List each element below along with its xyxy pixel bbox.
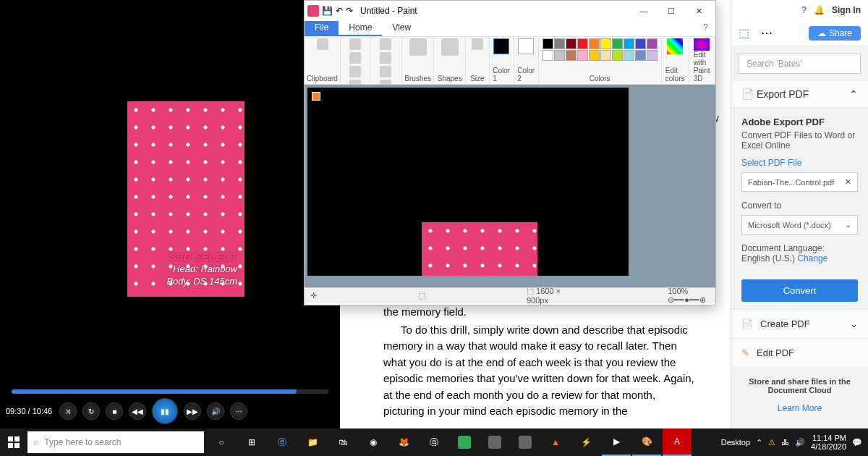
fill-icon[interactable]: [380, 52, 391, 64]
bell-icon[interactable]: 🔔: [814, 5, 825, 15]
learn-more-link[interactable]: Learn More: [778, 403, 822, 413]
palette-swatch[interactable]: [554, 38, 565, 49]
palette-swatch[interactable]: [589, 50, 600, 61]
palette-swatch[interactable]: [577, 50, 588, 61]
close-button[interactable]: ✕: [685, 2, 712, 20]
acrobat-icon[interactable]: A: [663, 428, 692, 456]
next-button[interactable]: ▶▶: [184, 402, 201, 420]
chrome-icon[interactable]: ◉: [359, 428, 388, 456]
share-button[interactable]: ☁Share: [809, 26, 861, 41]
amazon-icon[interactable]: ⓐ: [420, 428, 448, 456]
shuffle-button[interactable]: ⤭: [59, 402, 77, 420]
canvas[interactable]: [307, 88, 629, 276]
help-icon[interactable]: ?: [801, 5, 807, 15]
wmp-icon[interactable]: ▶: [602, 428, 631, 456]
desktop-label[interactable]: Desktop: [721, 438, 750, 447]
convert-format-select[interactable]: Microsoft Word (*.docx)⌄: [741, 215, 858, 235]
palette-swatch[interactable]: [635, 50, 646, 61]
tool-icon[interactable]: ⬚: [739, 26, 749, 40]
help-icon[interactable]: ?: [696, 21, 715, 36]
palette-swatch[interactable]: [624, 50, 634, 61]
shapes-icon[interactable]: [441, 38, 459, 56]
brush-icon[interactable]: [409, 38, 427, 56]
label-color2: Color 2: [517, 67, 535, 83]
palette-swatch[interactable]: [612, 38, 623, 49]
tab-view[interactable]: View: [382, 21, 421, 36]
repeat-button[interactable]: ↻: [82, 402, 100, 420]
more-icon[interactable]: ⋯: [761, 26, 773, 40]
adobe-search[interactable]: Search 'Bates': [739, 54, 861, 74]
palette-swatch[interactable]: [647, 50, 658, 61]
cortana-icon[interactable]: ○: [207, 428, 236, 456]
firefox-icon[interactable]: 🦊: [389, 428, 418, 456]
size-icon[interactable]: [472, 38, 483, 50]
app-icon[interactable]: [450, 428, 479, 456]
resize-icon[interactable]: [349, 66, 361, 77]
palette-swatch[interactable]: [600, 50, 611, 61]
more-button[interactable]: ⋯: [230, 402, 247, 420]
notifications-icon[interactable]: 💬: [852, 438, 862, 447]
palette-swatch[interactable]: [647, 38, 658, 49]
start-button[interactable]: [0, 428, 27, 456]
palette-swatch[interactable]: [635, 38, 646, 49]
tab-home[interactable]: Home: [339, 21, 382, 36]
crop-icon[interactable]: [349, 52, 361, 64]
undo-icon[interactable]: ↶: [336, 6, 343, 16]
color2-swatch[interactable]: [518, 38, 534, 54]
paint3d-icon[interactable]: [694, 38, 710, 51]
vlc-icon[interactable]: ▲: [541, 428, 570, 456]
pasted-image[interactable]: [422, 222, 537, 276]
maximize-button[interactable]: ☐: [658, 2, 685, 20]
network-icon[interactable]: 🖧: [781, 438, 789, 447]
app-icon-2[interactable]: [480, 428, 509, 456]
palette-swatch[interactable]: [600, 38, 611, 49]
winamp-icon[interactable]: ⚡: [571, 428, 600, 456]
clock[interactable]: 11:14 PM 4/18/2020: [811, 434, 846, 451]
palette-swatch[interactable]: [554, 50, 565, 61]
color1-swatch[interactable]: [493, 38, 509, 54]
redo-icon[interactable]: ↷: [346, 6, 353, 16]
taskview-icon[interactable]: ⊞: [237, 428, 266, 456]
tab-file[interactable]: File: [305, 21, 339, 36]
paint-icon[interactable]: 🎨: [632, 428, 661, 456]
edit-pdf-item[interactable]: ✎Edit PDF: [731, 338, 868, 367]
create-pdf-item[interactable]: 📄Create PDF⌄: [731, 309, 868, 338]
palette-swatch[interactable]: [589, 38, 600, 49]
palette-swatch[interactable]: [566, 38, 576, 49]
play-pause-button[interactable]: ▮▮: [152, 398, 178, 424]
volume-icon[interactable]: 🔊: [795, 438, 805, 447]
selected-file[interactable]: Fabian-The...Control.pdf✕: [741, 172, 858, 192]
select-icon[interactable]: [349, 38, 361, 50]
palette-swatch[interactable]: [577, 38, 588, 49]
mute-button[interactable]: 🔊: [207, 402, 224, 420]
paste-icon[interactable]: [317, 38, 328, 50]
tray-chevron-icon[interactable]: ⌃: [756, 438, 762, 447]
change-link[interactable]: Change: [797, 253, 827, 263]
window-controls: — ☐ ✕: [630, 2, 712, 20]
save-icon[interactable]: 💾: [322, 6, 333, 16]
text-icon[interactable]: [380, 66, 391, 77]
warning-icon[interactable]: ⚠: [768, 438, 775, 447]
paint-titlebar[interactable]: 💾 ↶ ↷ Untitled - Paint — ☐ ✕: [305, 1, 715, 21]
palette-swatch[interactable]: [624, 38, 634, 49]
app-icon-3[interactable]: [511, 428, 540, 456]
convert-button[interactable]: Convert: [741, 279, 858, 302]
palette-swatch[interactable]: [542, 38, 553, 49]
format-value: Microsoft Word (*.docx): [748, 221, 831, 229]
export-pdf-header[interactable]: 📄 Export PDF ⌃: [731, 81, 868, 108]
explorer-icon[interactable]: 📁: [298, 428, 327, 456]
taskbar-search[interactable]: ○Type here to search: [27, 431, 204, 453]
palette-swatch[interactable]: [542, 50, 553, 61]
edge-icon[interactable]: ⓔ: [268, 428, 297, 456]
palette-swatch[interactable]: [612, 50, 623, 61]
signin-link[interactable]: Sign In: [832, 5, 861, 15]
edit-colors-icon[interactable]: [667, 38, 683, 54]
palette-swatch[interactable]: [566, 50, 576, 61]
cloud-icon: ☁: [817, 28, 826, 38]
stop-button[interactable]: ■: [106, 402, 123, 420]
store-icon[interactable]: 🛍: [328, 428, 357, 456]
prev-button[interactable]: ◀◀: [129, 402, 146, 420]
minimize-button[interactable]: —: [630, 2, 658, 20]
close-icon[interactable]: ✕: [845, 177, 851, 187]
pencil-icon[interactable]: [380, 38, 391, 50]
